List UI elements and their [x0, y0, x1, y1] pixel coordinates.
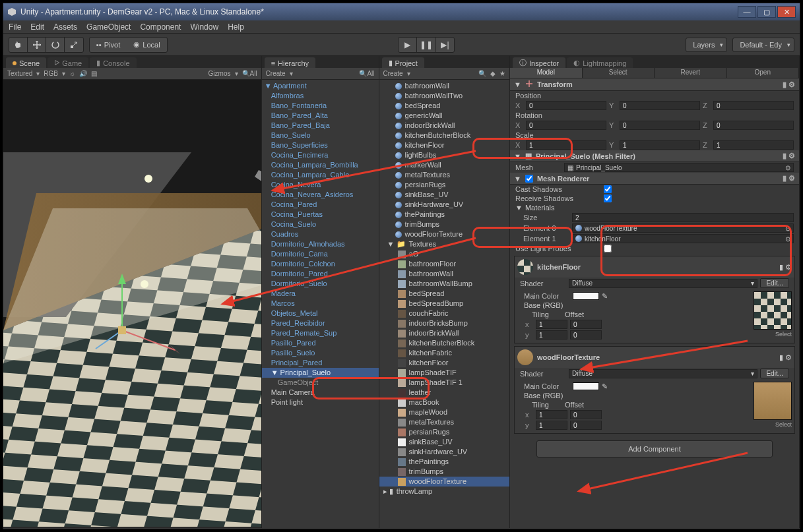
- texture-swatch[interactable]: [754, 382, 792, 420]
- open-tab[interactable]: Open: [727, 68, 800, 78]
- hierarchy-item[interactable]: Dormitorio_Pared: [262, 269, 379, 279]
- maximize-button[interactable]: ▢: [757, 6, 776, 18]
- project-item[interactable]: lightBulbs: [379, 150, 509, 160]
- transform-header[interactable]: ▼ Transform▮ ⚙: [510, 78, 799, 91]
- project-item[interactable]: mapleWood: [379, 407, 509, 417]
- project-item[interactable]: kitchenFloor: [379, 140, 509, 150]
- hierarchy-root[interactable]: ▼ Apartment: [262, 81, 379, 91]
- project-item[interactable]: kitchenButcherBlock: [379, 131, 509, 140]
- gear-icon[interactable]: ▮ ⚙: [779, 263, 792, 272]
- project-item[interactable]: macBook: [379, 398, 509, 407]
- hierarchy-item[interactable]: Cocina_Encimera: [262, 150, 379, 160]
- scene-viewport[interactable]: y x ≡ Persp: [3, 80, 261, 528]
- close-button[interactable]: ✕: [777, 6, 796, 18]
- minimize-button[interactable]: —: [738, 6, 756, 18]
- project-item[interactable]: bathroomWall: [379, 81, 509, 91]
- renderer-enabled-checkbox[interactable]: [525, 175, 533, 183]
- project-item[interactable]: woodFloorTexture: [379, 477, 509, 487]
- element1-field[interactable]: kitchenFloor⊙: [572, 234, 794, 243]
- rot-z-field[interactable]: [713, 121, 794, 130]
- hierarchy-item[interactable]: Pared_Recibidor: [262, 318, 379, 328]
- project-item[interactable]: woodFloorTexture: [379, 229, 509, 239]
- tab-console[interactable]: ▮Console: [90, 57, 136, 68]
- pause-button[interactable]: ❚❚: [417, 38, 435, 52]
- hierarchy-item[interactable]: Cocina_Nevera: [262, 180, 379, 190]
- offset-y[interactable]: [570, 421, 602, 430]
- menu-edit[interactable]: Edit: [30, 22, 44, 32]
- local-button[interactable]: ◉ Local: [127, 38, 166, 52]
- project-tree[interactable]: bathroomWallbathroomWallTwobedSpreadgene…: [379, 80, 509, 528]
- project-item[interactable]: bathroomWall: [379, 269, 509, 279]
- tiling-x[interactable]: [536, 410, 567, 419]
- scene-fx-toggle[interactable]: ▤: [91, 70, 97, 77]
- gear-icon[interactable]: ▮ ⚙: [783, 174, 795, 183]
- project-item[interactable]: bedSpread: [379, 289, 509, 299]
- hierarchy-item[interactable]: Pasillo_Suelo: [262, 348, 379, 358]
- project-item[interactable]: lampShadeTIF: [379, 368, 509, 378]
- select-tab[interactable]: Select: [583, 68, 655, 78]
- castshadows-checkbox[interactable]: [604, 185, 612, 193]
- hierarchy-item[interactable]: Dormitorio_Colchon: [262, 259, 379, 269]
- menu-component[interactable]: Component: [140, 22, 181, 32]
- project-folder[interactable]: ▼ 📁 Textures: [379, 239, 509, 249]
- drawmode-dropdown[interactable]: Textured: [7, 70, 32, 77]
- offset-x[interactable]: [570, 320, 602, 329]
- project-item[interactable]: metalTextures: [379, 417, 509, 427]
- hierarchy-item[interactable]: Cocina_Puertas: [262, 210, 379, 220]
- project-item[interactable]: lampShadeTIF 1: [379, 378, 509, 388]
- add-component-button[interactable]: Add Component: [536, 440, 773, 458]
- project-item[interactable]: persianRugs: [379, 180, 509, 190]
- materials-size-field[interactable]: [572, 213, 794, 222]
- tiling-y[interactable]: [536, 330, 567, 340]
- hierarchy-item[interactable]: Dormitorio_Suelo: [262, 279, 379, 289]
- hierarchy-item[interactable]: Bano_Fontaneria: [262, 101, 379, 111]
- offset-y[interactable]: [570, 330, 602, 340]
- hierarchy-item[interactable]: Point light: [262, 398, 379, 407]
- edit-shader-button[interactable]: Edit...: [760, 278, 789, 288]
- rotate-tool-button[interactable]: [46, 38, 65, 52]
- hierarchy-item[interactable]: Cocina_Suelo: [262, 220, 379, 229]
- project-item[interactable]: metalTextures: [379, 170, 509, 180]
- project-item[interactable]: sinkHardware_UV: [379, 447, 509, 457]
- gear-icon[interactable]: ▮ ⚙: [779, 353, 792, 362]
- element0-field[interactable]: woodFloorTexture⊙: [572, 223, 794, 233]
- tiling-y[interactable]: [536, 421, 567, 430]
- project-item[interactable]: sinkBase_UV: [379, 190, 509, 200]
- hierarchy-create-dropdown[interactable]: Create: [266, 70, 286, 77]
- hierarchy-item[interactable]: Cuadros: [262, 229, 379, 239]
- renderer-header[interactable]: ▼ Mesh Renderer▮ ⚙: [510, 173, 799, 185]
- tab-inspector[interactable]: ⓘ Inspector: [513, 57, 565, 68]
- texture-swatch[interactable]: [754, 291, 792, 330]
- hierarchy-search[interactable]: 🔍All: [359, 70, 374, 77]
- hierarchy-item[interactable]: Principal_Pared: [262, 358, 379, 368]
- scene-audio-toggle[interactable]: 🔊: [79, 70, 87, 77]
- tab-lightmapping[interactable]: ◐ Lightmapping: [567, 57, 633, 68]
- pos-z-field[interactable]: [713, 101, 794, 110]
- hierarchy-item[interactable]: Pared_Remate_Sup: [262, 328, 379, 338]
- hierarchy-item[interactable]: ▼ Principal_Suelo: [262, 368, 379, 378]
- menu-window[interactable]: Window: [190, 22, 218, 32]
- hierarchy-item[interactable]: Cocina_Lampara_Bombilla: [262, 160, 379, 170]
- hierarchy-item[interactable]: Madera: [262, 289, 379, 299]
- hierarchy-item[interactable]: Objetos_Metal: [262, 309, 379, 318]
- eyedropper-icon[interactable]: ✎: [602, 292, 610, 300]
- project-item[interactable]: aO: [379, 249, 509, 259]
- hierarchy-item[interactable]: Pasillo_Pared: [262, 338, 379, 348]
- titlebar[interactable]: Unity - Apartment.unity - DemGear v2 - P…: [3, 3, 800, 20]
- layout-dropdown[interactable]: Default - Edy: [732, 38, 794, 52]
- rot-x-field[interactable]: [526, 121, 606, 130]
- hierarchy-item[interactable]: Dormitorio_Cama: [262, 249, 379, 259]
- project-item[interactable]: bedSpread: [379, 101, 509, 111]
- project-item[interactable]: genericWall: [379, 111, 509, 121]
- hierarchy-item[interactable]: Alfombras: [262, 91, 379, 101]
- menu-assets[interactable]: Assets: [53, 22, 77, 32]
- hierarchy-item[interactable]: Dormitorio_Almohadas: [262, 239, 379, 249]
- model-tab[interactable]: Model: [510, 68, 583, 78]
- offset-x[interactable]: [570, 410, 602, 419]
- project-item[interactable]: kitchenFloor: [379, 358, 509, 368]
- hierarchy-item[interactable]: Bano_Pared_Baja: [262, 121, 379, 131]
- shader-dropdown[interactable]: Diffuse▾: [569, 279, 757, 288]
- pos-y-field[interactable]: [620, 101, 700, 110]
- project-item[interactable]: sinkHardware_UV: [379, 200, 509, 210]
- scl-z-field[interactable]: [713, 140, 794, 150]
